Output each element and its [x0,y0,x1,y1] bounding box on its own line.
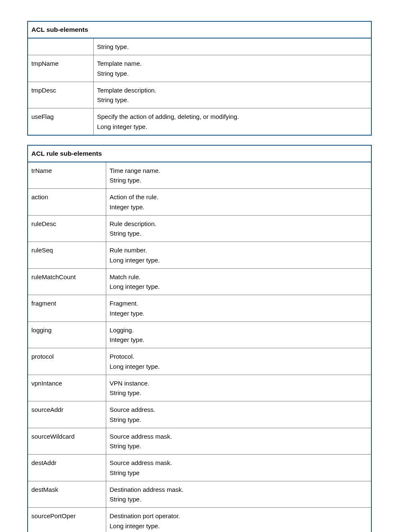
table-row: protocolProtocol. Long integer type. [28,348,371,375]
table-row: sourcePortOperDestination port operator.… [28,508,371,532]
param-name: sourceWildcard [28,428,106,455]
param-desc: Destination address mask. String type. [106,481,372,508]
param-name: tmpName [28,55,94,82]
table-row: destAddrSource address mask. String type [28,455,371,481]
param-desc: Rule description. String type. [106,215,372,242]
param-desc: Specify the action of adding, deleting, … [94,108,372,135]
param-desc: String type. [94,38,372,55]
table-row: sourceWildcardSource address mask. Strin… [28,428,371,455]
param-desc: VPN instance. String type. [106,375,372,401]
page-content: ACL sub-elements String type.tmpNameTemp… [0,0,399,532]
param-desc: Template name. String type. [94,55,372,82]
table-caption: ACL rule sub-elements [28,145,371,162]
param-name: protocol [28,348,106,375]
table-row: useFlagSpecify the action of adding, del… [28,108,371,135]
param-name: trName [28,162,106,189]
param-name: logging [28,321,106,348]
param-desc: Destination port operator. Long integer … [106,508,372,532]
acl-rule-sub-elements-table: ACL rule sub-elements trNameTime range n… [27,145,372,532]
table-row: destMaskDestination address mask. String… [28,481,371,508]
param-name: destAddr [28,455,106,481]
table-row: tmpDescTemplate description. String type… [28,82,371,108]
param-name: fragment [28,295,106,322]
table-body: trNameTime range name. String type.actio… [28,162,371,532]
table-row: ruleSeqRule number. Long integer type. [28,242,371,269]
table-caption: ACL sub-elements [28,21,371,38]
param-desc: Source address mask. String type. [106,428,372,455]
param-name: ruleMatchCount [28,268,106,295]
param-name [28,38,94,55]
table-row: loggingLogging. Integer type. [28,321,371,348]
param-desc: Match rule. Long integer type. [106,268,372,295]
param-desc: Action of the rule. Integer type. [106,189,372,216]
table-row: vpnIntanceVPN instance. String type. [28,375,371,401]
param-desc: Rule number. Long integer type. [106,242,372,269]
acl-sub-elements-table: ACL sub-elements String type.tmpNameTemp… [27,21,372,136]
param-name: sourceAddr [28,401,106,428]
param-name: ruleSeq [28,242,106,269]
param-desc: Source address. String type. [106,401,372,428]
param-name: destMask [28,481,106,508]
table-row: ruleMatchCountMatch rule. Long integer t… [28,268,371,295]
param-name: sourcePortOper [28,508,106,532]
param-desc: Protocol. Long integer type. [106,348,372,375]
param-name: vpnIntance [28,375,106,401]
table-row: sourceAddrSource address. String type. [28,401,371,428]
param-desc: Logging. Integer type. [106,321,372,348]
param-name: useFlag [28,108,94,135]
param-desc: Time range name. String type. [106,162,372,189]
param-desc: Source address mask. String type [106,455,372,481]
table-row: ruleDescRule description. String type. [28,215,371,242]
table-body: String type.tmpNameTemplate name. String… [28,38,371,135]
param-name: tmpDesc [28,82,94,108]
table-row: tmpNameTemplate name. String type. [28,55,371,82]
param-name: ruleDesc [28,215,106,242]
table-row: String type. [28,38,371,55]
param-desc: Fragment. Integer type. [106,295,372,322]
table-row: fragmentFragment. Integer type. [28,295,371,322]
param-desc: Template description. String type. [94,82,372,108]
param-name: action [28,189,106,216]
table-row: actionAction of the rule. Integer type. [28,189,371,216]
table-row: trNameTime range name. String type. [28,162,371,189]
